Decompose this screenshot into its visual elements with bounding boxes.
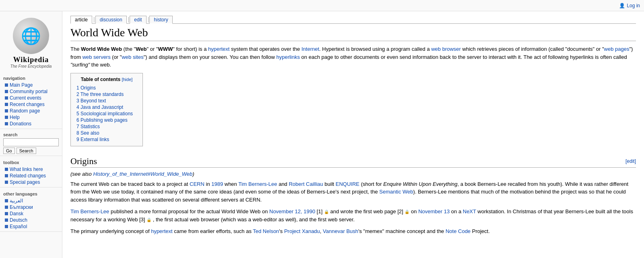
search-buttons: Go Search <box>3 148 59 154</box>
toc-item-9[interactable]: 9 External links <box>76 136 137 143</box>
sidebar-item-arabic[interactable]: العربية <box>0 198 62 204</box>
bullet-icon <box>5 116 8 119</box>
semantic-web-link[interactable]: Semantic Web <box>379 189 413 195</box>
bullet-icon <box>5 181 8 184</box>
random-page-link[interactable]: Random page <box>10 108 40 114</box>
sidebar-item-random-page[interactable]: Random page <box>0 108 62 114</box>
see-also-note: (see also History_of_the_Internet#World_… <box>70 171 636 177</box>
tim-berners-lee-link-2[interactable]: Tim Berners-Lee <box>70 208 109 214</box>
bullet-icon <box>5 206 8 209</box>
sidebar-item-donations[interactable]: Donations <box>0 121 62 127</box>
sidebar-item-current-events[interactable]: Current events <box>0 95 62 101</box>
internet-link[interactable]: Internet <box>301 46 319 52</box>
hypertext-link[interactable]: hypertext <box>208 46 229 52</box>
donations-link[interactable]: Donations <box>10 121 31 127</box>
tim-berners-lee-link[interactable]: Tim Berners-Lee <box>238 181 277 187</box>
search-button[interactable]: Search <box>17 148 36 154</box>
danish-link[interactable]: Dansk <box>10 211 23 216</box>
toc-item-4[interactable]: 4 Java and Javascript <box>76 104 137 110</box>
sidebar-item-what-links[interactable]: What links here <box>0 166 62 173</box>
bullet-icon <box>5 83 8 87</box>
bullet-icon <box>5 212 8 215</box>
navigation-section: navigation Main Page Community portal Cu… <box>0 73 62 129</box>
help-link[interactable]: Help <box>10 114 20 120</box>
other-languages-section: other languages العربية Български Dansk … <box>0 189 62 232</box>
toc-item-3[interactable]: 3 Beyond text <box>76 98 137 104</box>
1989-link[interactable]: 1989 <box>211 181 223 187</box>
community-portal-link[interactable]: Community portal <box>10 89 47 94</box>
go-button[interactable]: Go <box>3 148 15 154</box>
robert-cailliau-link[interactable]: Robert Cailliau <box>289 181 323 187</box>
toc-item-6[interactable]: 6 Publishing web pages <box>76 117 137 123</box>
toc-item-8[interactable]: 8 See also <box>76 130 137 136</box>
nov-13-link[interactable]: November 13 <box>418 208 450 214</box>
bullet-icon <box>5 122 8 125</box>
ted-nelson-link[interactable]: Ted Nelson <box>253 228 279 234</box>
current-events-link[interactable]: Current events <box>10 95 41 101</box>
web-pages-link[interactable]: web pages <box>604 46 630 52</box>
sidebar-item-spanish[interactable]: Español <box>0 223 62 230</box>
sidebar-item-bulgarian[interactable]: Български <box>0 204 62 210</box>
sidebar-item-special-pages[interactable]: Special pages <box>0 179 62 185</box>
sidebar-item-recent-changes[interactable]: Recent changes <box>0 101 62 108</box>
toc-title: Table of contents [hide] <box>76 77 137 82</box>
nov-12-link[interactable]: November 12, 1990 <box>269 208 315 214</box>
note-code-link[interactable]: Note Code <box>446 228 471 234</box>
arabic-link[interactable]: العربية <box>10 198 23 204</box>
german-link[interactable]: Deutsch <box>10 217 27 223</box>
related-changes-link[interactable]: Related changes <box>10 173 46 179</box>
origins-edit-link[interactable]: [edit] <box>625 158 636 164</box>
tab-history[interactable]: history <box>149 16 172 24</box>
bulgarian-link[interactable]: Български <box>10 204 33 210</box>
special-pages-link[interactable]: Special pages <box>10 179 40 185</box>
tab-discussion[interactable]: discussion <box>95 16 127 24</box>
origins-heading: Origins [edit] <box>70 156 636 168</box>
toc-item-1[interactable]: 1 Origins <box>76 85 137 91</box>
main-page-link[interactable]: Main Page <box>10 82 33 88</box>
login-button[interactable]: 👤 Log in <box>619 3 640 8</box>
tab-divider-3: | <box>148 16 149 23</box>
bullet-icon <box>5 174 8 177</box>
web-servers-link[interactable]: web servers <box>83 54 111 60</box>
clearfix-div <box>70 73 636 150</box>
recent-changes-link[interactable]: Recent changes <box>10 102 45 107</box>
sidebar-item-danish[interactable]: Dansk <box>0 210 62 217</box>
sidebar: 🌐 Wikipedia The Free Encyclopedia naviga… <box>0 11 62 258</box>
sidebar-item-german[interactable]: Deutsch <box>0 217 62 223</box>
sidebar-item-main-page[interactable]: Main Page <box>0 82 62 88</box>
toc-item-2[interactable]: 2 The three standards <box>76 91 137 98</box>
what-links-here-link[interactable]: What links here <box>10 166 43 172</box>
tab-article[interactable]: article <box>70 16 92 24</box>
surfing-em: "surfing" <box>70 62 90 68</box>
search-input[interactable] <box>3 138 59 146</box>
web-browser-link[interactable]: web browser <box>431 46 461 52</box>
content-area: article | discussion | edit | history Wo… <box>62 11 644 258</box>
toc-hide-button[interactable]: [hide] <box>122 77 132 82</box>
sidebar-item-related-changes[interactable]: Related changes <box>0 173 62 179</box>
spanish-link[interactable]: Español <box>10 224 27 229</box>
toc-item-5[interactable]: 5 Sociological implications <box>76 110 137 117</box>
bold-web: Web <box>136 46 147 52</box>
hypertext-link-2[interactable]: hypertext <box>151 228 172 234</box>
bold-www: WWW <box>158 46 173 52</box>
vannevar-bush-link[interactable]: Vannevar Bush <box>323 228 358 234</box>
bullet-icon <box>5 199 8 202</box>
hyperlinks-link[interactable]: hyperlinks <box>276 54 300 60</box>
tab-divider-2: | <box>128 16 130 23</box>
next-link[interactable]: NeXT <box>463 208 476 214</box>
history-internet-link[interactable]: History_of_the_Internet#World_Wide_Web <box>93 171 192 177</box>
bold-wwweb: World Wide Web <box>81 46 122 52</box>
sidebar-item-community[interactable]: Community portal <box>0 88 62 95</box>
toolbox-title: toolbox <box>0 159 62 166</box>
tab-edit[interactable]: edit <box>130 16 146 24</box>
sidebar-item-help[interactable]: Help <box>0 114 62 121</box>
bullet-icon <box>5 218 8 222</box>
project-xanadu-link[interactable]: Project Xanadu <box>284 228 320 234</box>
origins-paragraph-1: The current Web can be traced back to a … <box>70 180 636 204</box>
lock-icon-2: 🔒 <box>405 209 409 215</box>
table-of-contents: Table of contents [hide] 1 Origins 2 The… <box>70 73 143 146</box>
cern-link[interactable]: CERN <box>190 181 204 187</box>
enquire-link[interactable]: ENQUIRE <box>336 181 359 187</box>
toc-item-7[interactable]: 7 Statistics <box>76 123 137 130</box>
web-sites-link[interactable]: web sites <box>122 54 143 60</box>
